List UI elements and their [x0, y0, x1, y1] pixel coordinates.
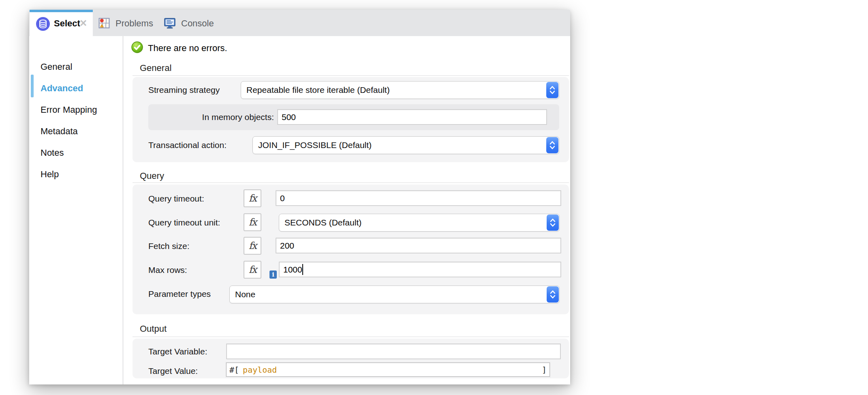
chevron-up-down-icon [546, 137, 558, 153]
streaming-strategy-label: Streaming strategy [148, 85, 220, 95]
close-icon[interactable]: ✕ [79, 18, 87, 29]
transactional-action-select[interactable]: JOIN_IF_POSSIBLE (Default) [252, 136, 559, 154]
target-value-label: Target Value: [148, 366, 198, 376]
output-section-divider [133, 337, 569, 337]
query-timeout-unit-select[interactable]: SECONDS (Default) [279, 214, 560, 232]
max-rows-fx-button[interactable]: fx [244, 261, 261, 279]
in-memory-objects-group: In memory objects: [148, 104, 559, 130]
settings-content: There are no errors. General Streaming s… [123, 36, 570, 384]
fetch-size-input[interactable] [276, 238, 561, 253]
max-rows-label: Max rows: [148, 265, 187, 275]
sidebar-item-general[interactable]: General [41, 62, 72, 72]
parameter-types-select[interactable]: None [229, 286, 560, 303]
query-section-title: Query [140, 171, 164, 181]
query-section-divider [133, 182, 569, 183]
tab-console[interactable]: Console [163, 10, 214, 36]
in-memory-objects-input[interactable] [277, 109, 547, 125]
query-timeout-unit-label: Query timeout unit: [148, 218, 220, 228]
general-section-title: General [140, 63, 171, 73]
tab-problems-label: Problems [115, 17, 153, 29]
main-area: General Advanced Error Mapping Metadata … [29, 36, 570, 384]
tab-select[interactable]: Select ✕ [30, 10, 93, 36]
in-memory-objects-label: In memory objects: [148, 112, 274, 122]
streaming-strategy-select[interactable]: Repeatable file store iterable (Default) [241, 81, 559, 99]
sidebar-item-metadata[interactable]: Metadata [41, 126, 78, 137]
info-icon: i [269, 270, 277, 279]
properties-window: Select ✕ Problems Console [29, 10, 570, 384]
sidebar-item-advanced[interactable]: Advanced [41, 83, 83, 94]
query-panel: Query timeout: fx Query timeout unit: fx… [133, 185, 569, 314]
sidebar-active-indicator [31, 75, 34, 97]
general-section-divider [133, 75, 569, 76]
max-rows-input[interactable] [279, 262, 561, 277]
chevron-up-down-icon [547, 286, 559, 303]
tab-bar: Select ✕ Problems Console [29, 10, 570, 36]
expression-close-delimiter: ] [542, 365, 547, 375]
target-variable-input[interactable] [226, 343, 561, 359]
text-cursor [302, 264, 303, 275]
sidebar-item-error-mapping[interactable]: Error Mapping [41, 105, 97, 115]
tab-console-label: Console [181, 17, 214, 29]
sidebar-item-help[interactable]: Help [41, 169, 59, 180]
database-icon [36, 17, 50, 31]
expression-payload-text: payload [243, 365, 277, 375]
query-timeout-fx-button[interactable]: fx [244, 189, 261, 207]
output-panel: Target Variable: Target Value: #[ payloa… [133, 339, 569, 378]
query-timeout-input[interactable] [276, 190, 561, 206]
chevron-up-down-icon [546, 82, 558, 98]
chevron-up-down-icon [547, 215, 559, 231]
general-panel: Streaming strategy Repeatable file store… [133, 77, 569, 162]
query-timeout-label: Query timeout: [148, 194, 204, 204]
target-variable-label: Target Variable: [148, 347, 207, 356]
target-value-expression-field[interactable]: #[ payload ] [226, 363, 550, 377]
expression-open-delimiter: #[ [229, 365, 239, 375]
parameter-types-label: Parameter types [148, 289, 211, 299]
tab-select-label: Select [54, 18, 80, 29]
problems-icon [97, 16, 111, 30]
tab-problems[interactable]: Problems [97, 10, 153, 36]
console-icon [163, 16, 177, 30]
status-message: There are no errors. [148, 43, 227, 54]
output-section-title: Output [140, 324, 167, 334]
fetch-size-label: Fetch size: [148, 241, 190, 251]
success-check-icon [131, 41, 143, 53]
sidebar-item-notes[interactable]: Notes [41, 148, 64, 158]
active-tab-indicator [30, 10, 93, 12]
query-timeout-unit-fx-button[interactable]: fx [244, 213, 261, 231]
settings-sidebar: General Advanced Error Mapping Metadata … [29, 36, 123, 384]
transactional-action-label: Transactional action: [148, 140, 227, 150]
fetch-size-fx-button[interactable]: fx [244, 237, 261, 255]
